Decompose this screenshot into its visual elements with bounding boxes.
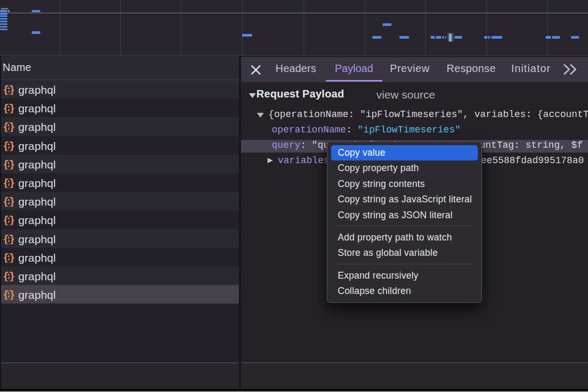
svg-text:}: }	[9, 271, 15, 281]
svg-text:}: }	[9, 141, 15, 151]
svg-text:}: }	[9, 234, 15, 244]
svg-text:}: }	[9, 103, 15, 113]
svg-text:}: }	[9, 122, 15, 132]
svg-text:}: }	[9, 290, 15, 300]
svg-text:}: }	[9, 178, 15, 188]
svg-text:}: }	[9, 197, 15, 207]
svg-text:}: }	[9, 215, 15, 225]
svg-text:}: }	[9, 253, 15, 263]
svg-text:}: }	[9, 85, 15, 95]
svg-text:}: }	[9, 159, 15, 170]
